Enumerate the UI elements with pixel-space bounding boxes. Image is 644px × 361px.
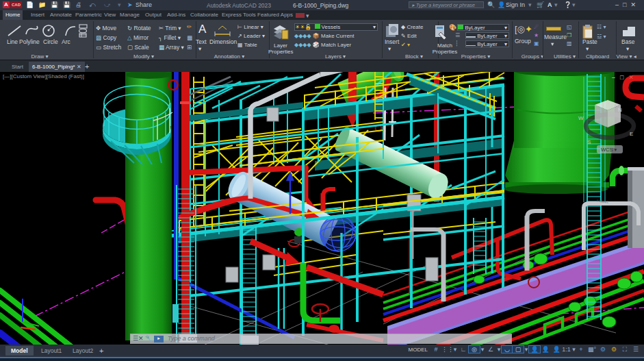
svg-text:S: S	[587, 139, 591, 145]
svg-text:W: W	[578, 115, 584, 121]
svg-text:WCS ▾: WCS ▾	[601, 147, 617, 153]
svg-text:E: E	[630, 131, 633, 137]
